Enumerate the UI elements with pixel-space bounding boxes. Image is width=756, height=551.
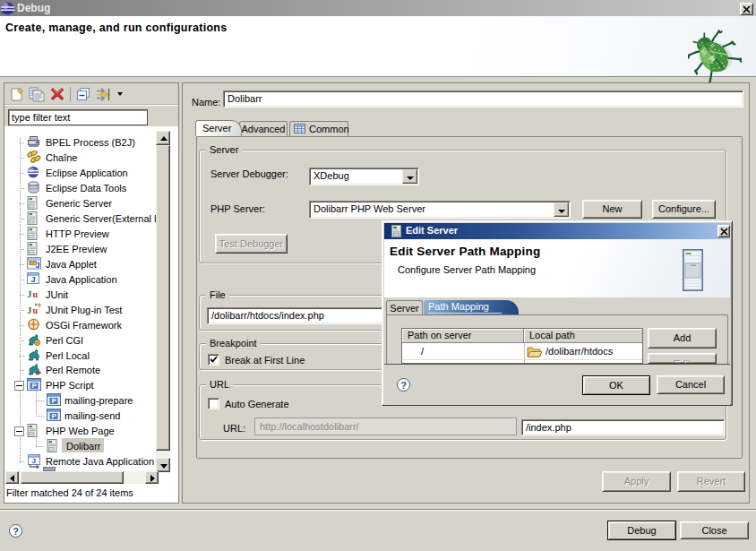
svg-text:J: J bbox=[36, 261, 40, 270]
svg-text:J: J bbox=[27, 288, 32, 299]
svg-text:P: P bbox=[32, 382, 38, 390]
svg-text:u: u bbox=[33, 289, 39, 299]
svg-text:J: J bbox=[31, 275, 36, 284]
svg-text:P: P bbox=[52, 397, 57, 405]
svg-text:J: J bbox=[32, 457, 36, 465]
svg-text:u: u bbox=[33, 306, 39, 315]
svg-text:J: J bbox=[27, 305, 32, 315]
svg-text:P: P bbox=[52, 412, 57, 420]
